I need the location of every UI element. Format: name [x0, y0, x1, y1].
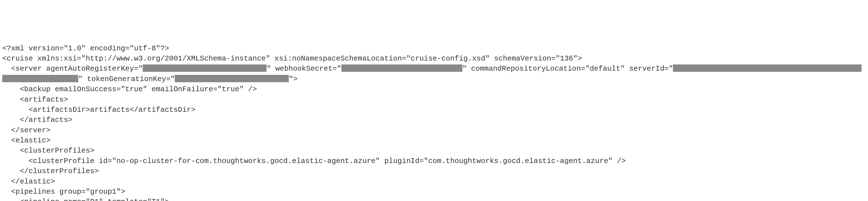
artifacts-close: </artifacts> — [2, 116, 73, 124]
cluster-profiles-close: </clusterProfiles> — [2, 167, 99, 175]
xml-declaration: <?xml version="1.0" encoding="utf-8"?> — [2, 44, 169, 53]
pipeline-open: <pipeline name="P1" template="T1"> — [2, 198, 169, 201]
code-block: <?xml version="1.0" encoding="utf-8"?> <… — [2, 44, 866, 201]
artifacts-open: <artifacts> — [2, 95, 68, 104]
server-part1: <server agentAutoRegisterKey=" — [2, 64, 143, 73]
redacted-token-generation-key — [175, 75, 289, 82]
cruise-element-open: <cruise xmlns:xsi="http://www.w3.org/200… — [2, 54, 582, 63]
server-element-line2: " tokenGenerationKey=""> — [2, 75, 298, 83]
redacted-agent-auto-register-key — [143, 64, 267, 72]
server-part2: " webhookSecret=" — [267, 64, 341, 73]
backup-element: <backup emailOnSuccess="true" emailOnFai… — [2, 85, 257, 93]
pipelines-open: <pipelines group="group1"> — [2, 188, 125, 196]
artifacts-dir: <artifactsDir>artifacts</artifactsDir> — [2, 106, 196, 114]
server-part5: "> — [289, 75, 298, 83]
server-close: </server> — [2, 126, 51, 135]
server-element-line1: <server agentAutoRegisterKey="" webhookS… — [2, 64, 862, 73]
redacted-webhook-secret — [341, 64, 462, 72]
elastic-close: </elastic> — [2, 177, 55, 186]
elastic-open: <elastic> — [2, 136, 51, 145]
redacted-server-id — [673, 64, 862, 72]
redacted-server-id-cont — [2, 75, 78, 82]
cluster-profile: <clusterProfile id="no-op-cluster-for-co… — [2, 157, 626, 165]
server-part4: " tokenGenerationKey=" — [78, 75, 175, 83]
server-part3: " commandRepositoryLocation="default" se… — [462, 64, 673, 73]
cluster-profiles-open: <clusterProfiles> — [2, 146, 95, 155]
